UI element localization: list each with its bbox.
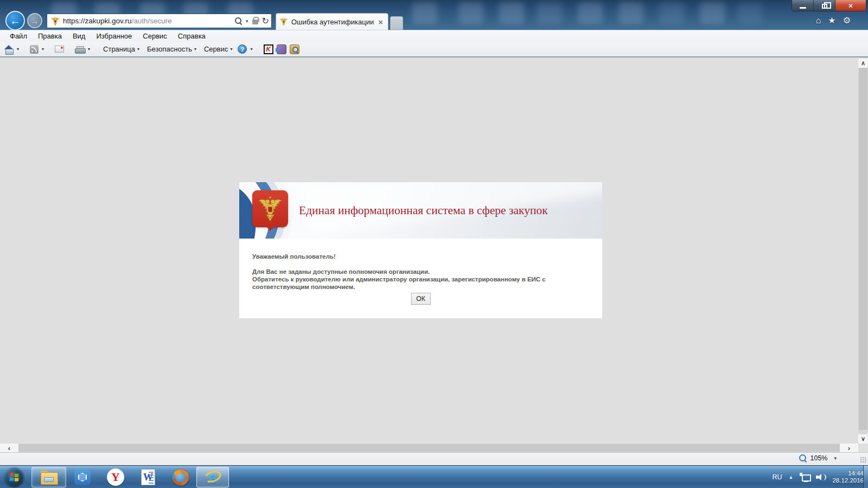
zoom-dropdown-icon[interactable]: ▾ bbox=[834, 455, 837, 461]
hidden-icons-arrow-icon[interactable]: ▲ bbox=[789, 474, 794, 480]
forward-arrow-icon: → bbox=[31, 16, 39, 25]
url-host: https://zakupki.gov.ru bbox=[63, 17, 132, 25]
page-menu-button[interactable]: Страница▾ bbox=[101, 44, 142, 54]
tab-title: Ошибка аутентификации bbox=[291, 18, 376, 26]
new-tab-button[interactable] bbox=[390, 16, 403, 30]
close-button[interactable]: × bbox=[835, 0, 866, 11]
command-bar: ▾ ▾ ▾ Страница▾ Безопасность▾ Сервис▾ ? … bbox=[0, 42, 868, 57]
scroll-left-button[interactable]: ‹ bbox=[0, 444, 18, 452]
tools-menu-button[interactable]: Сервис▾ bbox=[202, 44, 235, 54]
ok-button[interactable]: ОК bbox=[411, 293, 430, 305]
menu-edit[interactable]: Правка bbox=[33, 31, 67, 41]
language-indicator[interactable]: RU bbox=[772, 473, 782, 481]
security-menu-label: Безопасность bbox=[147, 45, 192, 53]
taskbar-clock[interactable]: 14:44 28.12.2016 bbox=[832, 470, 864, 484]
browser-titlebar: × ← → https://zakupki.gov.ru/auth/secure… bbox=[0, 0, 868, 30]
home-dropdown-icon[interactable]: ▾ bbox=[17, 47, 19, 52]
vertical-scrollbar[interactable]: ∧ ∨ bbox=[858, 59, 868, 444]
menu-file[interactable]: Файл bbox=[4, 31, 33, 41]
firefox-icon bbox=[172, 468, 189, 486]
back-button[interactable]: ← bbox=[5, 11, 25, 30]
addon-send-icon[interactable] bbox=[277, 44, 286, 54]
url-path: /auth/secure bbox=[132, 17, 172, 25]
back-arrow-icon: ← bbox=[10, 15, 21, 27]
page-dropdown-icon: ▾ bbox=[137, 47, 139, 52]
home-button-icon[interactable] bbox=[4, 46, 14, 54]
tab-favicon-icon bbox=[279, 17, 288, 26]
favorites-star-icon[interactable]: ★ bbox=[828, 16, 835, 25]
help-dropdown-icon[interactable]: ▾ bbox=[250, 47, 252, 52]
minimize-button[interactable] bbox=[792, 0, 814, 11]
security-lock-icon[interactable] bbox=[252, 20, 258, 24]
security-menu-button[interactable]: Безопасность▾ bbox=[145, 44, 199, 54]
url-text[interactable]: https://zakupki.gov.ru/auth/secure bbox=[63, 17, 233, 25]
search-dropdown-icon[interactable]: ▾ bbox=[246, 18, 248, 24]
volume-icon[interactable] bbox=[816, 473, 826, 481]
zoom-magnifier-icon bbox=[799, 454, 807, 462]
resize-grip bbox=[860, 457, 867, 464]
navigation-bar: ← → https://zakupki.gov.ru/auth/secure ▾… bbox=[0, 12, 868, 30]
help-icon[interactable]: ? bbox=[238, 44, 247, 54]
kaspersky-addon-icon[interactable]: K bbox=[264, 44, 273, 54]
search-icon[interactable] bbox=[235, 17, 242, 24]
zoom-control[interactable]: 105% ▾ bbox=[799, 454, 837, 462]
restore-icon bbox=[822, 4, 827, 9]
dialog-greeting: Уважаемый пользователь! bbox=[252, 253, 336, 260]
menu-help[interactable]: Справка bbox=[173, 31, 211, 41]
addon-research-icon[interactable] bbox=[290, 44, 299, 54]
page-content: Единая информационная система в сфере за… bbox=[0, 59, 868, 444]
close-icon: × bbox=[848, 2, 853, 10]
refresh-icon[interactable]: ↻ bbox=[262, 17, 269, 25]
start-button[interactable] bbox=[4, 467, 24, 487]
tab-close-icon[interactable]: × bbox=[376, 17, 385, 27]
taskbar-word-button[interactable]: W bbox=[137, 467, 159, 487]
scroll-up-button[interactable]: ∧ bbox=[858, 59, 868, 68]
clock-date: 28.12.2016 bbox=[832, 477, 864, 484]
horizontal-scrollbar[interactable]: ‹ › bbox=[0, 444, 858, 452]
word-icon: W bbox=[141, 469, 155, 485]
vertical-scrollbar-thumb[interactable] bbox=[859, 68, 867, 430]
taskbar-ie-button[interactable]: e bbox=[196, 467, 229, 487]
russia-coat-of-arms-icon bbox=[252, 190, 288, 227]
taskbar-firefox-button[interactable] bbox=[169, 467, 192, 487]
restore-button[interactable] bbox=[814, 0, 835, 11]
taskbar-app-button[interactable] bbox=[71, 467, 94, 487]
settings-gear-icon[interactable]: ⚙ bbox=[843, 16, 851, 25]
taskbar-explorer-button[interactable] bbox=[31, 467, 66, 487]
home-icon[interactable]: ⌂ bbox=[816, 16, 821, 25]
eis-dialog-panel: Единая информационная система в сфере за… bbox=[239, 182, 602, 318]
show-desktop-button[interactable] bbox=[863, 466, 868, 488]
rss-dropdown-icon[interactable]: ▾ bbox=[42, 47, 44, 52]
windows-flag-icon bbox=[5, 468, 23, 486]
print-dropdown-icon[interactable]: ▾ bbox=[88, 47, 90, 52]
scroll-down-button[interactable]: ∨ bbox=[858, 434, 868, 444]
tools-menu-label: Сервис bbox=[204, 45, 228, 53]
read-mail-icon[interactable] bbox=[55, 46, 64, 53]
desktop-screen: × ← → https://zakupki.gov.ru/auth/secure… bbox=[0, 0, 868, 488]
horizontal-scrollbar-thumb[interactable] bbox=[18, 444, 840, 452]
scroll-right-button[interactable]: › bbox=[840, 444, 858, 452]
explorer-folder-icon bbox=[41, 471, 57, 484]
eis-title: Единая информационная система в сфере за… bbox=[299, 182, 597, 239]
zoom-level: 105% bbox=[810, 454, 827, 462]
dialog-message: Для Вас не заданы доступные полномочия о… bbox=[252, 268, 591, 291]
menu-favorites[interactable]: Избранное bbox=[91, 31, 137, 41]
internet-explorer-icon: e bbox=[203, 468, 222, 486]
menu-bar: Файл Правка Вид Избранное Сервис Справка bbox=[0, 30, 868, 42]
taskbar-yandex-button[interactable]: Y bbox=[104, 467, 127, 487]
rss-feeds-icon[interactable] bbox=[30, 45, 39, 54]
page-menu-label: Страница bbox=[103, 45, 135, 53]
print-icon[interactable] bbox=[75, 46, 85, 54]
menu-tools[interactable]: Сервис bbox=[137, 31, 173, 41]
menu-view[interactable]: Вид bbox=[67, 31, 91, 41]
eis-header-banner: Единая информационная система в сфере за… bbox=[239, 182, 602, 239]
browser-tab[interactable]: Ошибка аутентификации × bbox=[276, 13, 388, 30]
address-bar[interactable]: https://zakupki.gov.ru/auth/secure ▾ ↻ bbox=[47, 14, 272, 28]
window-controls: × bbox=[792, 0, 866, 11]
forward-button[interactable]: → bbox=[27, 13, 42, 28]
security-dropdown-icon: ▾ bbox=[194, 47, 196, 52]
taskbar: Y W e RU ▲ 14:44 28.12.2016 bbox=[0, 465, 868, 488]
network-icon[interactable] bbox=[800, 473, 809, 481]
site-favicon-icon bbox=[50, 16, 60, 26]
clock-time: 14:44 bbox=[832, 470, 864, 477]
